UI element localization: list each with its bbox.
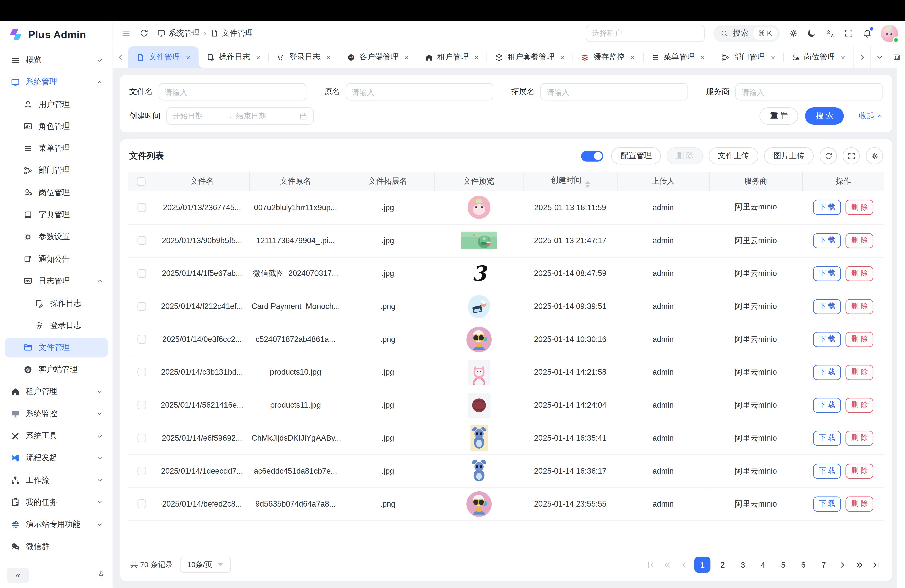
download-button[interactable]: 下 载 [813, 332, 841, 347]
app-logo[interactable]: Plus Admin [0, 21, 113, 45]
sidebar-item-tenant-management[interactable]: 租户管理 [5, 382, 108, 402]
close-icon[interactable]: × [841, 53, 845, 61]
page-button-7[interactable]: 7 [816, 557, 832, 573]
tabs-dropdown-icon[interactable] [870, 46, 888, 68]
original-name-input[interactable] [345, 83, 493, 100]
moon-dark-mode-icon[interactable] [807, 29, 817, 38]
row-delete-button[interactable]: 删 除 [846, 397, 873, 413]
tab-file-management[interactable]: 文件管理× [128, 46, 198, 68]
close-icon[interactable]: × [700, 53, 705, 61]
sidebar-item-dept-management[interactable]: 部门管理 [5, 161, 108, 180]
page-button-6[interactable]: 6 [795, 557, 811, 573]
expand-list-button[interactable] [843, 147, 860, 164]
close-icon[interactable]: × [630, 53, 635, 61]
content-fullscreen-icon[interactable] [888, 46, 905, 68]
row-checkbox[interactable] [137, 237, 146, 245]
notification-bell-icon[interactable] [862, 29, 872, 38]
sidebar-item-wechat-group[interactable]: 微信群 [5, 537, 108, 556]
sidebar-item-partial-item[interactable] [5, 559, 108, 563]
sidebar-item-operation-log[interactable]: 操作日志 [5, 294, 108, 313]
breadcrumb-item-file-management[interactable]: 文件管理 [210, 28, 253, 38]
close-icon[interactable]: × [186, 53, 190, 61]
sidebar-item-client-management[interactable]: @客户端管理 [5, 360, 108, 380]
download-button[interactable]: 下 载 [813, 496, 841, 511]
file-name-input[interactable] [158, 83, 306, 100]
close-icon[interactable]: × [475, 53, 479, 61]
date-range-input[interactable]: 开始日期 → 结束日期 [166, 107, 314, 125]
gear-icon[interactable] [788, 29, 798, 38]
download-button[interactable]: 下 载 [813, 266, 841, 281]
config-management-button[interactable]: 配置管理 [611, 147, 661, 164]
fullscreen-icon[interactable] [844, 29, 854, 38]
sidebar-item-log-management[interactable]: DEV日志管理 [5, 271, 108, 291]
page-size-select[interactable]: 10条/页 [180, 557, 231, 573]
column-header[interactable]: 创建时间 [523, 172, 617, 191]
tab-cache-monitor[interactable]: 缓存监控× [573, 46, 643, 68]
sidebar-item-user-management[interactable]: 用户管理 [5, 95, 108, 114]
sidebar-item-workflow[interactable]: 工作流 [5, 470, 108, 490]
sidebar-item-file-management[interactable]: 文件管理 [5, 338, 108, 358]
file-upload-button[interactable]: 文件上传 [709, 147, 758, 164]
hamburger-menu-icon[interactable] [121, 29, 131, 38]
refresh-icon[interactable] [139, 29, 149, 38]
reset-button[interactable]: 重 置 [760, 107, 799, 125]
extension-input[interactable] [540, 83, 688, 100]
last-page-button[interactable] [869, 557, 882, 573]
tenant-select-input[interactable] [586, 25, 705, 42]
file-thumbnail[interactable] [467, 393, 491, 418]
row-checkbox[interactable] [137, 368, 146, 377]
global-search-button[interactable]: 搜索 ⌘ K [713, 25, 780, 42]
close-icon[interactable]: × [326, 53, 330, 61]
row-delete-button[interactable]: 删 除 [846, 463, 873, 478]
row-checkbox[interactable] [137, 467, 146, 475]
pin-icon[interactable] [96, 571, 106, 580]
breadcrumb-item-system-management[interactable]: 系统管理 [157, 28, 200, 38]
file-thumbnail[interactable] [461, 232, 497, 250]
row-delete-button[interactable]: 删 除 [846, 200, 873, 215]
tabs-scroll-left-icon[interactable] [113, 46, 128, 68]
close-icon[interactable]: × [256, 53, 260, 61]
tab-client-management[interactable]: @客户端管理× [339, 46, 416, 68]
sidebar-collapse-button[interactable]: « [7, 567, 29, 583]
close-icon[interactable]: × [404, 53, 408, 61]
row-delete-button[interactable]: 删 除 [846, 431, 873, 446]
download-button[interactable]: 下 载 [813, 200, 841, 215]
select-all-checkbox[interactable] [137, 177, 146, 186]
sidebar-item-menu-management[interactable]: 菜单管理 [5, 138, 108, 158]
sidebar-item-system-monitor[interactable]: 系统监控 [5, 404, 108, 424]
row-checkbox[interactable] [137, 269, 146, 278]
sidebar-item-process-start[interactable]: 流程发起 [5, 448, 108, 468]
tab-tenant-package[interactable]: 租户套餐管理× [487, 46, 573, 68]
next-page-button[interactable] [836, 557, 848, 573]
sort-icon[interactable] [585, 181, 590, 188]
row-checkbox[interactable] [137, 401, 146, 410]
delete-button[interactable]: 删 除 [667, 147, 703, 164]
preview-toggle[interactable] [581, 150, 603, 162]
sidebar-item-demo-features[interactable]: 演示站专用功能 [5, 515, 108, 534]
row-delete-button[interactable]: 删 除 [846, 233, 873, 248]
avatar[interactable] [881, 25, 898, 42]
download-button[interactable]: 下 载 [813, 365, 841, 380]
tabs-scroll-right-icon[interactable] [853, 46, 870, 68]
sidebar-item-param-settings[interactable]: 参数设置 [5, 227, 108, 247]
sidebar-item-system-management[interactable]: 系统管理 [5, 72, 108, 92]
page-button-5[interactable]: 5 [775, 557, 791, 573]
close-icon[interactable]: × [560, 53, 564, 61]
first-page-button[interactable] [644, 557, 657, 573]
page-button-4[interactable]: 4 [755, 557, 771, 573]
file-thumbnail[interactable] [466, 491, 491, 516]
row-checkbox[interactable] [137, 434, 146, 442]
translate-icon[interactable]: 文A [825, 29, 835, 38]
sidebar-item-my-tasks[interactable]: 我的任务 [5, 493, 108, 512]
collapse-filters-link[interactable]: 收起 [859, 111, 883, 121]
file-thumbnail[interactable] [467, 196, 491, 219]
sidebar-item-system-tools[interactable]: 系统工具 [5, 426, 108, 446]
download-button[interactable]: 下 载 [813, 397, 841, 413]
sidebar-item-post-management[interactable]: 岗位管理 [5, 183, 108, 202]
file-thumbnail[interactable] [470, 458, 488, 484]
page-button-1[interactable]: 1 [694, 557, 710, 573]
row-delete-button[interactable]: 删 除 [846, 365, 873, 380]
sidebar-item-overview[interactable]: 概览 [5, 50, 108, 70]
tab-operation-log[interactable]: 操作日志× [198, 46, 268, 68]
row-checkbox[interactable] [137, 500, 146, 508]
